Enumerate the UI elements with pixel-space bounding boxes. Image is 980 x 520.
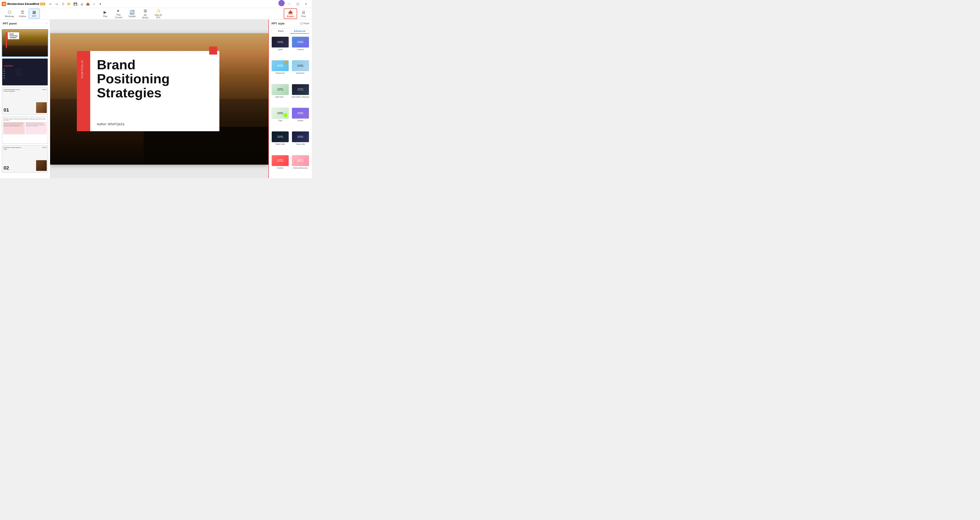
left-panel: PPT panel ‹ BrandPositioningStrategies bbox=[0, 20, 50, 178]
export-small-button[interactable]: 📤 bbox=[85, 2, 91, 7]
slide-thumbnail-5[interactable]: the specific customer segment to target.… bbox=[2, 145, 48, 173]
open-file-button[interactable]: 📂 bbox=[67, 2, 72, 7]
print-button[interactable]: 🖨 Print bbox=[298, 9, 309, 19]
style-item-interstellar[interactable]: EdrawMindCentral Topic Interstellar Odys… bbox=[291, 84, 310, 106]
style-item-clay[interactable]: EdrawMindCentral Topic Clay bbox=[271, 108, 290, 129]
main-layout: PPT panel ‹ BrandPositioningStrategies bbox=[0, 20, 312, 178]
canvas-area: PORTFOLIO BrandPositioningStrategies Aut… bbox=[50, 20, 268, 178]
style-thumb-cherry: EdrawMindCentral Topic bbox=[292, 155, 309, 166]
my-works-button[interactable]: ⊞ MyWorks bbox=[140, 8, 151, 20]
play-icon: ▶ bbox=[103, 10, 107, 15]
style-item-dream[interactable]: EdrawMindCentral Topic Dream bbox=[291, 108, 310, 129]
style-thumb-starry: EdrawMindCentral Topic bbox=[292, 131, 309, 142]
style-grid: EdrawMindCentral Topic Quiet EdrawMindCe… bbox=[269, 35, 312, 178]
main-toolbar: ⬡ Mindmap ☰ Outline ▦ PPT ▶ Play ⏵ PlayC… bbox=[0, 8, 312, 20]
panel-toggle[interactable]: ☐ Panel bbox=[300, 22, 309, 25]
style-name-blackhole: Black hole bbox=[275, 143, 285, 145]
outline-button[interactable]: ☰ Outline bbox=[17, 9, 28, 19]
more-button[interactable]: ▾ bbox=[98, 2, 103, 7]
view-mode-group: ⬡ Mindmap ☰ Outline ▦ PPT bbox=[3, 9, 40, 19]
style-name-light: Light and ... bbox=[275, 96, 286, 98]
slide-list: BrandPositioningStrategies CONTENT010203… bbox=[0, 27, 50, 178]
collapse-button[interactable]: ‹ bbox=[46, 21, 47, 26]
minimize-button[interactable]: — bbox=[285, 0, 293, 8]
ppt-button[interactable]: ▦ PPT bbox=[29, 9, 40, 19]
style-item-quiet[interactable]: EdrawMindCentral Topic Quiet bbox=[271, 37, 290, 58]
style-thumb-quiet: EdrawMindCentral Topic bbox=[272, 37, 289, 48]
slide-author: Author: WSATQeZa bbox=[97, 122, 124, 126]
play-current-icon: ⏵ bbox=[116, 8, 121, 13]
app-name: Wondershare EdrawMind bbox=[7, 2, 39, 6]
ppt-icon: ▦ bbox=[32, 10, 36, 15]
mindmap-icon: ⬡ bbox=[8, 10, 11, 15]
user-avatar[interactable] bbox=[278, 0, 285, 6]
style-name-starry: Starry sky bbox=[296, 143, 305, 145]
bottom-dark-panel bbox=[144, 127, 268, 165]
tab-basic[interactable]: Basic bbox=[272, 29, 290, 33]
style-item-cherry[interactable]: EdrawMindCentral Topic Cherry blossoms bbox=[291, 155, 310, 177]
style-name-cartoon: Cartoon bbox=[297, 48, 304, 51]
red-accent-bar bbox=[77, 51, 90, 131]
app-logo: W Wondershare EdrawMind Pro bbox=[2, 2, 45, 6]
export-button[interactable]: 📤 Export bbox=[284, 8, 297, 19]
style-thumb-clay: EdrawMindCentral Topic bbox=[272, 108, 289, 119]
tab-advanced[interactable]: Advanced bbox=[290, 29, 309, 33]
toolbar-right-group: 📤 Export 🖨 Print bbox=[284, 8, 309, 19]
redo-button[interactable]: ↪ bbox=[54, 2, 59, 7]
red-corner-accent bbox=[209, 46, 217, 54]
style-item-festive[interactable]: EdrawMindCentral Topic Festive bbox=[271, 155, 290, 177]
new-file-button[interactable]: 🗋 bbox=[60, 2, 66, 7]
portfolio-text: PORTFOLIO bbox=[81, 60, 84, 78]
toolbar-controls: ↩ ↪ 🗋 📂 💾 🖨 📤 ✓ ▾ bbox=[48, 2, 103, 7]
title-bar: W Wondershare EdrawMind Pro ↩ ↪ 🗋 📂 💾 🖨 … bbox=[0, 0, 312, 8]
update-icon: 🔄 bbox=[130, 10, 135, 15]
style-item-light[interactable]: EdrawMindCentral Topic Light and ... bbox=[271, 84, 290, 106]
play-button[interactable]: ▶ Play bbox=[100, 9, 111, 19]
slide-thumbnail-4[interactable]: Developing a unique brand identity that … bbox=[2, 116, 48, 144]
panel-label: Panel bbox=[303, 22, 309, 25]
slide-canvas: PORTFOLIO BrandPositioningStrategies Aut… bbox=[50, 33, 268, 165]
close-button[interactable]: ✕ bbox=[302, 0, 310, 8]
style-thumb-cartoon: EdrawMindCentral Topic bbox=[292, 37, 309, 48]
ppt-style-title: PPT style bbox=[272, 22, 285, 25]
style-item-cartoon[interactable]: EdrawMindCentral Topic Cartoon bbox=[291, 37, 310, 58]
window-controls: — ⬜ ✕ bbox=[278, 0, 310, 8]
style-name-dispersion: Dispersion bbox=[275, 72, 285, 74]
slide-thumbnail-1[interactable]: BrandPositioningStrategies bbox=[2, 29, 48, 57]
slide-thumbnail-3[interactable]: unique brand identity to stand out from … bbox=[2, 87, 48, 115]
style-thumb-dream: EdrawMindCentral Topic bbox=[292, 108, 309, 119]
export-icon: 📤 bbox=[288, 10, 293, 15]
style-item-starry[interactable]: EdrawMindCentral Topic Starry sky bbox=[291, 131, 310, 153]
play-current-button[interactable]: ⏵ PlayCurrent bbox=[113, 8, 124, 20]
slide-thumbnail-2[interactable]: CONTENT0102030405 ——————————————————————… bbox=[2, 58, 48, 86]
style-name-quiet: Quiet bbox=[278, 48, 283, 51]
ai-ppt-icon: ✨ bbox=[156, 8, 161, 13]
print-preview-button[interactable]: 🖨 bbox=[79, 2, 84, 7]
mindmap-button[interactable]: ⬡ Mindmap bbox=[3, 9, 16, 19]
style-item-blackhole[interactable]: EdrawMindCentral Topic Black hole bbox=[271, 131, 290, 153]
panel-checkbox[interactable]: ☐ bbox=[300, 22, 303, 25]
style-thumb-festive: EdrawMindCentral Topic bbox=[272, 155, 289, 166]
pro-badge: Pro bbox=[40, 3, 45, 5]
panel-header: PPT panel ‹ bbox=[0, 20, 50, 27]
style-name-business: Business bbox=[296, 72, 304, 74]
maximize-button[interactable]: ⬜ bbox=[294, 0, 302, 8]
logo-icon: W bbox=[2, 2, 6, 6]
style-name-dream: Dream bbox=[298, 120, 303, 122]
check-button[interactable]: ✓ bbox=[92, 2, 97, 7]
undo-button[interactable]: ↩ bbox=[48, 2, 53, 7]
new-ai-ppt-button[interactable]: ✨ New AIPPT bbox=[153, 8, 164, 20]
style-thumb-dispersion: EdrawMindCentral Topic 23 bbox=[272, 60, 289, 71]
outline-icon: ☰ bbox=[21, 10, 24, 15]
style-item-business[interactable]: EdrawMindCentral Topic Business bbox=[291, 60, 310, 82]
save-button[interactable]: 💾 bbox=[73, 2, 78, 7]
my-works-icon: ⊞ bbox=[144, 8, 147, 13]
style-item-dispersion[interactable]: EdrawMindCentral Topic 23 Dispersion bbox=[271, 60, 290, 82]
style-thumb-interstellar: EdrawMindCentral Topic bbox=[292, 84, 309, 95]
style-name-festive: Festive bbox=[277, 167, 283, 169]
style-thumb-blackhole: EdrawMindCentral Topic bbox=[272, 131, 289, 142]
style-thumb-business: EdrawMindCentral Topic bbox=[292, 60, 309, 71]
update-button[interactable]: 🔄 Update bbox=[126, 9, 138, 19]
toolbar-center-group: ▶ Play ⏵ PlayCurrent 🔄 Update ⊞ MyWorks … bbox=[100, 8, 164, 20]
style-thumb-light: EdrawMindCentral Topic bbox=[272, 84, 289, 95]
